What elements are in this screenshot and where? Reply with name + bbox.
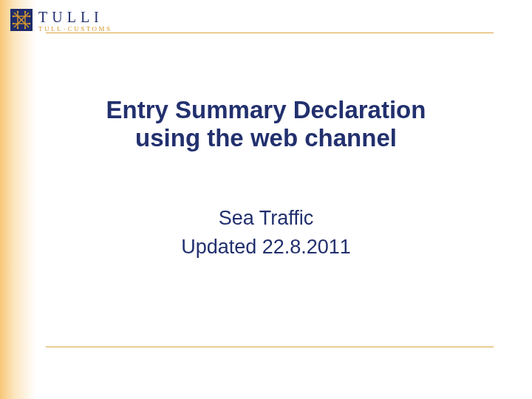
svg-point-13 [29, 16, 31, 18]
logo-text: TULLI TULL·CUSTOMS [38, 9, 112, 33]
slide-subtitle: Sea Traffic Updated 22.8.2011 [44, 204, 488, 262]
svg-point-8 [24, 11, 27, 13]
svg-point-11 [13, 16, 15, 18]
sidebar-gradient [0, 0, 35, 399]
logo-sub-text: TULL·CUSTOMS [38, 26, 112, 33]
slide-title: Entry Summary Declaration using the web … [44, 96, 488, 152]
title-line-1: Entry Summary Declaration [44, 96, 488, 124]
header-divider [46, 33, 494, 33]
svg-point-10 [24, 27, 27, 30]
logo: TULLI TULL·CUSTOMS [10, 9, 494, 33]
footer-divider [46, 347, 494, 347]
subtitle-line-2: Updated 22.8.2011 [44, 233, 488, 262]
svg-point-9 [17, 27, 19, 30]
slide-content: Entry Summary Declaration using the web … [44, 96, 488, 262]
logo-mark-icon [10, 9, 33, 31]
subtitle-line-1: Sea Traffic [44, 204, 488, 233]
header: TULLI TULL·CUSTOMS [10, 9, 494, 38]
title-line-2: using the web channel [44, 124, 488, 152]
svg-point-7 [17, 11, 19, 13]
svg-point-12 [13, 23, 15, 25]
logo-main-text: TULLI [38, 10, 112, 24]
svg-point-14 [29, 23, 31, 25]
